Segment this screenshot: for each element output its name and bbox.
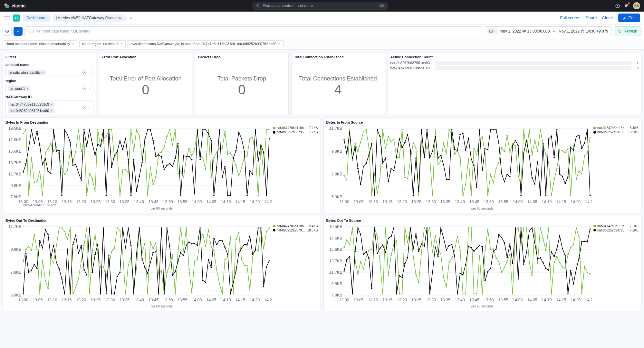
fullscreen-button[interactable]: Full screen	[560, 15, 581, 20]
breadcrumb-current[interactable]: [Metrics AWS] NATGateway Overview	[53, 14, 125, 22]
svg-point-509	[158, 273, 159, 275]
svg-point-527	[208, 229, 209, 230]
panel-title: Packets Drop	[198, 55, 220, 59]
svg-point-257	[351, 160, 353, 161]
svg-point-370	[415, 157, 417, 159]
date-picker[interactable]: Nov 1, 2022 @ 13:00:00.000 → Nov 1, 2022…	[484, 26, 612, 36]
svg-text:November 1, 2022: November 1, 2022	[23, 203, 56, 206]
filter-combobox[interactable]: us-west-1×ⓧ⌄	[5, 84, 93, 93]
edit-button[interactable]: Edit	[618, 14, 640, 22]
svg-point-218	[244, 151, 245, 152]
legend-item[interactable]: nat-0d8252b937951c... 7.2KB	[273, 130, 318, 134]
close-icon[interactable]: ×	[50, 109, 52, 113]
svg-text:13:20: 13:20	[397, 298, 407, 302]
close-icon[interactable]: ×	[120, 42, 123, 46]
legend-item[interactable]: nat-0d8252b937951c... 10.5KB	[273, 229, 318, 232]
svg-point-147	[47, 171, 49, 172]
svg-point-515	[175, 293, 176, 295]
svg-point-376	[432, 151, 433, 152]
svg-point-720	[476, 293, 477, 295]
legend-item[interactable]: nat-04747d6e118b231... 5.4KB	[593, 126, 639, 130]
user-avatar[interactable]: BS	[633, 2, 640, 9]
clone-button[interactable]: Clone	[602, 15, 613, 20]
share-button[interactable]: Share	[586, 15, 597, 20]
panel-title: Total Connection Established	[294, 55, 344, 59]
svg-point-769	[363, 254, 364, 255]
calendar-icon[interactable]	[487, 28, 498, 34]
dataview-button[interactable]	[3, 27, 12, 36]
refresh-icon	[618, 29, 622, 33]
newsfeed-icon[interactable]	[624, 3, 629, 9]
svg-point-489	[103, 266, 104, 267]
legend-name: nat-0d8252b937951c...	[277, 130, 308, 134]
svg-point-518	[183, 250, 184, 251]
filter-combobox[interactable]: elastic-observability×ⓧ⌄	[5, 68, 93, 77]
chevron-down-icon[interactable]: ⌄	[87, 86, 92, 91]
breadcrumb-dashboard[interactable]: Dashboard	[23, 14, 49, 22]
clear-icon[interactable]: ⓧ	[82, 86, 87, 91]
svg-point-428	[575, 136, 577, 137]
close-icon[interactable]: ×	[72, 42, 74, 46]
svg-point-354	[371, 143, 372, 145]
svg-point-157	[75, 164, 76, 165]
svg-point-125	[235, 165, 237, 166]
svg-point-96	[155, 176, 157, 177]
svg-point-199	[191, 159, 192, 160]
legend-item[interactable]: nat-0d8252b937951c... 10.5KB	[593, 130, 639, 134]
svg-point-588	[128, 227, 129, 229]
metric-label: Total Error of Port Allocation	[110, 75, 181, 82]
legend-item[interactable]: nat-04747d6e118b231... 7.2KB	[593, 224, 639, 228]
svg-point-472	[56, 245, 57, 247]
nav-toggle-icon[interactable]	[4, 16, 10, 20]
svg-point-129	[246, 155, 248, 156]
close-icon[interactable]: ×	[50, 102, 52, 106]
svg-point-586	[122, 227, 123, 229]
help-icon[interactable]	[615, 3, 620, 8]
svg-point-75	[97, 129, 99, 130]
legend-item[interactable]: nat-04747d6e118b231... 7.2KB	[273, 126, 318, 130]
clear-icon[interactable]: ⓧ	[82, 70, 87, 75]
global-search-input[interactable]: Find apps, content, and more. ⌘/	[253, 2, 388, 10]
svg-point-746	[548, 227, 549, 229]
svg-point-783	[401, 277, 403, 278]
svg-point-845	[573, 283, 574, 285]
space-badge[interactable]: D	[13, 14, 20, 22]
svg-point-335	[567, 148, 569, 150]
svg-point-830	[531, 227, 533, 229]
close-icon[interactable]: ×	[26, 87, 28, 90]
svg-point-338	[575, 178, 577, 180]
filter-pill[interactable]: cloud.account.name: elastic-observabilit…	[3, 40, 77, 47]
svg-point-351	[363, 166, 364, 167]
legend-value: 7.2KB	[309, 130, 318, 134]
svg-point-469	[47, 288, 49, 289]
svg-point-189	[164, 169, 165, 170]
close-icon[interactable]: ×	[42, 71, 44, 74]
svg-point-464	[34, 234, 35, 235]
chevron-down-icon[interactable]: ⌄	[87, 105, 92, 110]
svg-point-507	[152, 248, 154, 249]
svg-point-753	[567, 254, 569, 255]
legend-item[interactable]: nat-0d8252b937951c... 7.2KB	[593, 229, 639, 232]
timeseries-panel: Bytes In From Destination 7.8KB9.8KB11.7…	[3, 118, 321, 213]
svg-point-485	[92, 250, 93, 251]
svg-point-400	[498, 143, 499, 144]
clear-icon[interactable]: ⓧ	[82, 105, 87, 110]
refresh-button[interactable]: Refresh	[614, 26, 641, 36]
svg-point-148	[50, 173, 52, 174]
svg-point-818	[498, 234, 499, 235]
svg-point-280	[415, 147, 417, 149]
svg-point-620	[216, 244, 217, 245]
filter-pill[interactable]: aws.dimensions.NatGatewayId: is one of n…	[128, 40, 284, 47]
chevron-down-icon[interactable]: ⌄	[87, 70, 92, 75]
close-icon[interactable]: ×	[278, 42, 281, 46]
add-filter-button[interactable]	[14, 27, 23, 36]
svg-text:14:10: 14:10	[542, 200, 552, 204]
filter-pill[interactable]: cloud.region: us-west-1×	[79, 40, 126, 47]
legend-item[interactable]: nat-04747d6e118b231... 5.4KB	[273, 224, 318, 228]
line-chart: 7.8KB9.8KB11.7KB13.7KB15.6KB17.6KB19.5KB…	[326, 224, 592, 304]
kql-input[interactable]: Filter your data using KQL syntax	[24, 26, 482, 36]
filter-combobox[interactable]: nat-04747d6e118b231c9×nat-0d8252b937951c…	[5, 100, 93, 115]
svg-point-210	[222, 177, 223, 178]
elastic-logo[interactable]: elastic	[4, 3, 26, 9]
svg-point-606	[178, 260, 179, 262]
